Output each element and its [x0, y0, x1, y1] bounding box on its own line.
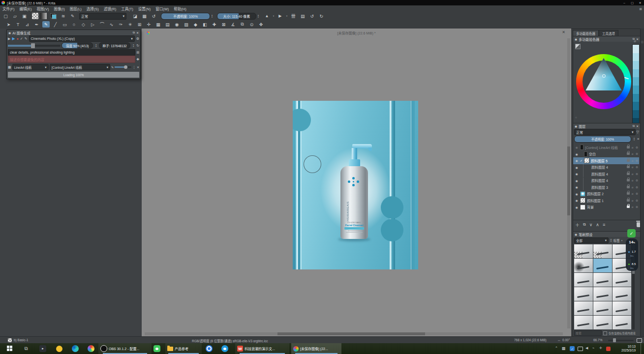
visibility-eye-icon[interactable]: ◉: [573, 152, 580, 156]
visibility-eye-icon[interactable]: ◉: [573, 206, 580, 209]
wraparound-icon[interactable]: 卌: [290, 13, 297, 19]
settings-gear-icon[interactable]: ⚙: [136, 37, 139, 41]
control-remove-icon[interactable]: ✕: [137, 65, 139, 69]
strength-field[interactable]: 强度 50% (4/13): [61, 42, 93, 49]
add-control-layer-icon[interactable]: ✚: [136, 58, 139, 61]
color-settings-button[interactable]: [575, 44, 581, 49]
display-mode-icon[interactable]: ▯: [610, 238, 612, 242]
alpha-icon[interactable]: α: [630, 199, 635, 202]
tags-dropdown-icon[interactable]: ▾: [621, 239, 623, 242]
tool-line[interactable]: ╱: [52, 21, 59, 28]
control-layer-dropdown[interactable]: [Control] LineArt 线稿 ▾: [50, 64, 110, 70]
visibility-eye-icon[interactable]: ◉: [573, 159, 580, 162]
menu-window[interactable]: 窗口(W): [153, 6, 171, 11]
taskbar-player-icon[interactable]: [206, 345, 213, 352]
brush-preset[interactable]: [574, 287, 593, 301]
tool-polygon[interactable]: ◇: [80, 21, 87, 28]
taskbar-media-icon[interactable]: [88, 345, 94, 352]
scope-checkbox[interactable]: [603, 331, 607, 335]
lock-icon[interactable]: [626, 192, 630, 195]
ai-docker-header[interactable]: ◉ AI 图像生成 ⧉ ✕: [7, 30, 140, 35]
lock-icon[interactable]: [626, 179, 630, 182]
shield-check-icon[interactable]: ✓: [627, 229, 636, 237]
opacity-spin[interactable]: ▲▼: [211, 14, 213, 18]
menu-image[interactable]: 图像(I): [52, 6, 67, 11]
move-layer-up-button[interactable]: ∧: [596, 222, 599, 227]
undo-icon[interactable]: ↺: [308, 13, 316, 19]
tray-display-icon[interactable]: [578, 347, 583, 351]
float-icon[interactable]: ⧉: [133, 31, 135, 34]
alpha-icon[interactable]: α: [630, 179, 635, 182]
show-desktop-button[interactable]: [641, 343, 644, 354]
control-strength-slider[interactable]: [115, 66, 131, 68]
brush-preset[interactable]: [613, 273, 631, 287]
fg-bg-colors[interactable]: [50, 13, 57, 19]
prompt-input[interactable]: clear details, professional shooting lig…: [8, 49, 135, 56]
brush-preset[interactable]: [574, 259, 593, 272]
float-icon[interactable]: ⧉: [633, 124, 635, 128]
taskbar-krita-button[interactable]: [未保存图像] (22...: [291, 343, 341, 354]
zoom-slider[interactable]: [608, 340, 634, 341]
workspace-chooser-icon[interactable]: ▤: [299, 13, 307, 19]
tool-move[interactable]: ✛: [145, 21, 153, 28]
color-docker-header[interactable]: ◉ 多功能拾色器 ⧉ ✕: [573, 36, 640, 42]
tool-text[interactable]: T: [14, 21, 22, 28]
seed-spin[interactable]: ▲▼: [132, 44, 134, 48]
alpha-icon[interactable]: α: [630, 192, 635, 195]
control-menu-icon[interactable]: ⋮: [132, 65, 136, 69]
close-icon[interactable]: ✕: [136, 31, 139, 34]
color-history-icon[interactable]: ○: [575, 116, 577, 119]
layer-settings-icon[interactable]: ⚙: [635, 179, 639, 182]
alpha-icon[interactable]: α: [630, 159, 635, 162]
shade-strip-disable-icon[interactable]: ⊘: [634, 39, 636, 43]
tray-expand-chevron[interactable]: ⌃: [555, 346, 558, 350]
start-button[interactable]: [7, 346, 12, 351]
fullscreen-icon[interactable]: [637, 338, 642, 343]
add-layer-button[interactable]: ＋: [575, 222, 580, 228]
duplicate-layer-button[interactable]: ⧉: [583, 222, 586, 227]
layer-settings-icon[interactable]: ⚙: [635, 206, 639, 208]
mirror-horizontal-icon[interactable]: ▲: [263, 13, 271, 19]
visibility-eye-icon[interactable]: ◉: [573, 192, 580, 196]
tool-transform[interactable]: ⊞: [136, 21, 143, 28]
layer-settings-icon[interactable]: ⚙: [635, 152, 639, 155]
monitor-panel[interactable]: 14% 1.7 K/s 8.5 K/s: [626, 238, 638, 271]
save-document-icon[interactable]: ▣: [21, 13, 28, 19]
taskbar-doc-button[interactable]: W 科技浪潮的演示文...: [235, 343, 289, 354]
layer-row-selected[interactable]: ◉ ✓ 颜料图层 5 α ⚙: [573, 157, 639, 164]
lock-icon[interactable]: [626, 199, 630, 202]
brush-preset[interactable]: [613, 316, 631, 329]
minimize-button[interactable]: –: [620, 0, 628, 5]
queue-button[interactable]: ▶: [8, 37, 10, 41]
randomize-seed-icon[interactable]: ↻: [136, 44, 139, 48]
tool-rectangle[interactable]: ▭: [61, 21, 68, 28]
layer-opacity-spin[interactable]: ▲▼: [633, 137, 635, 141]
layer-row[interactable]: ◉ 颜料图层 3 α ⚙: [573, 184, 639, 191]
tool-edit-shapes[interactable]: ⊿: [24, 21, 31, 28]
lock-icon[interactable]: [626, 173, 630, 176]
negative-prompt-input[interactable]: 描述你想要避免的内容 ﹀: [8, 56, 135, 63]
mirror-v-options[interactable]: ▼: [286, 15, 288, 17]
tool-pattern[interactable]: ▨: [183, 21, 190, 28]
tool-select-shapes[interactable]: ➤: [5, 21, 12, 28]
visibility-eye-icon[interactable]: ◉: [573, 166, 580, 169]
taskbar-obs-button[interactable]: OBS 30.1.2 - 配置...: [98, 343, 152, 354]
tool-freehand-brush[interactable]: ✎: [42, 21, 50, 28]
wechat-icon[interactable]: [153, 345, 160, 352]
generate-button[interactable]: ▶: [12, 36, 15, 41]
alpha-icon[interactable]: α: [630, 173, 635, 176]
preserve-alpha-icon[interactable]: ▩: [141, 13, 148, 19]
brush-filter-dropdown[interactable]: 全部 ▾: [574, 237, 609, 243]
lock-icon[interactable]: [626, 166, 630, 169]
brush-preset[interactable]: [574, 301, 593, 315]
brush-search-input[interactable]: [574, 330, 602, 336]
brush-preset[interactable]: [613, 287, 631, 301]
layer-properties-button[interactable]: ≡: [603, 222, 605, 227]
visibility-eye-icon[interactable]: ◉: [573, 179, 580, 182]
alpha-icon[interactable]: α: [630, 146, 635, 149]
lock-icon[interactable]: [626, 186, 630, 189]
layers-docker-header[interactable]: ◉ 图层 ⧉ ✕: [573, 123, 640, 129]
layer-filter-icon[interactable]: ▽: [637, 130, 639, 134]
tray-shield-icon[interactable]: ✓: [570, 346, 575, 351]
pattern-swatch[interactable]: [32, 13, 38, 19]
